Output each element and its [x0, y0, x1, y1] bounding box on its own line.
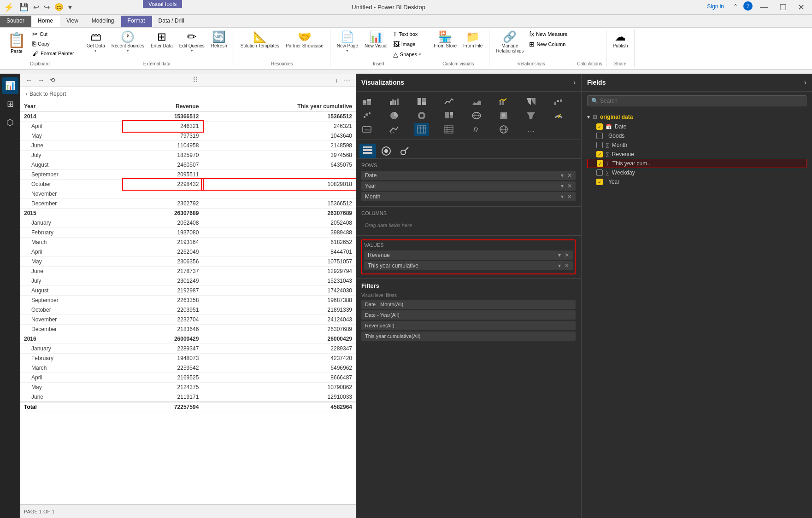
back-to-report-btn[interactable]: ‹ Back to Report	[26, 91, 66, 97]
year-remove-icon[interactable]: ✕	[567, 183, 572, 189]
field-item-weekday[interactable]: ∑ Weekday	[587, 168, 806, 177]
viz-clustered-bar[interactable]	[387, 95, 401, 108]
get-data-button[interactable]: 🗃 Get Data ▾	[84, 29, 108, 55]
viz-donut[interactable]	[414, 109, 429, 122]
toolbar-more-btn[interactable]: ⋯	[342, 76, 352, 85]
from-file-button[interactable]: 📁 From File	[460, 29, 485, 50]
toolbar-back-btn[interactable]: ←	[24, 76, 34, 85]
viz-panel-expand[interactable]: ›	[573, 78, 576, 87]
image-button[interactable]: 🖼 Image	[391, 40, 423, 49]
viz-format-tab[interactable]	[378, 144, 394, 158]
viz-scatter[interactable]	[359, 109, 374, 122]
viz-r-script[interactable]: R	[469, 123, 484, 136]
new-visual-button[interactable]: 📊 New Visual	[362, 29, 390, 50]
new-column-button[interactable]: ⊞ New Column	[527, 40, 569, 49]
get-data-dropdown[interactable]: ▾	[94, 48, 97, 53]
help-button[interactable]: ?	[743, 1, 753, 11]
cumulative-dropdown-icon[interactable]: ▾	[558, 262, 561, 269]
text-box-button[interactable]: T Text box	[391, 29, 423, 39]
viz-stacked-area[interactable]	[469, 95, 484, 108]
tab-home[interactable]: Home	[31, 16, 60, 27]
field-item-year[interactable]: ✓ Year	[587, 177, 806, 186]
year-dropdown-icon[interactable]: ▾	[561, 183, 564, 189]
tab-data-drill[interactable]: Data / Drill	[152, 16, 191, 27]
viz-fields-tab[interactable]	[359, 144, 376, 158]
enter-data-button[interactable]: ⊞ Enter Data	[148, 29, 176, 50]
new-page-button[interactable]: 📄 New Page ▾	[334, 29, 361, 55]
close-button[interactable]: ✕	[794, 1, 808, 13]
viz-waterfall[interactable]	[551, 95, 566, 108]
format-painter-button[interactable]: 🖌 Format Painter	[30, 49, 76, 58]
field-year[interactable]: Year ▾ ✕	[361, 181, 576, 191]
new-page-dropdown[interactable]: ▾	[346, 48, 348, 53]
tab-format[interactable]: Format	[121, 16, 152, 27]
viz-analytics-tab[interactable]	[396, 144, 413, 158]
table-expand[interactable]: ▾ ⊞ original data	[587, 112, 806, 122]
copy-button[interactable]: ⎘ Copy	[30, 39, 76, 48]
filter-date-year[interactable]: Date - Year(All)	[361, 310, 576, 320]
viz-globe[interactable]	[496, 123, 511, 136]
recent-sources-button[interactable]: 🕐 Recent Sources ▾	[109, 29, 147, 55]
viz-gauge[interactable]	[551, 109, 566, 122]
shapes-button[interactable]: △ Shapes ▾	[391, 50, 423, 59]
manage-relationships-button[interactable]: 🔗 ManageRelationships	[493, 29, 526, 55]
viz-table[interactable]	[414, 123, 429, 136]
viz-treemap[interactable]	[441, 109, 456, 122]
field-item-date[interactable]: ✓ 📅 Date	[587, 122, 806, 131]
revenue-remove-icon[interactable]: ✕	[565, 252, 569, 258]
publish-button[interactable]: ☁ Publish	[610, 29, 631, 50]
viz-ribbon[interactable]	[524, 95, 538, 108]
sign-in-button[interactable]: Sign in	[703, 1, 728, 13]
year-checkbox[interactable]: ✓	[596, 179, 603, 185]
refresh-button[interactable]: 🔄 Refresh	[208, 29, 230, 50]
tab-soubor[interactable]: Soubor	[0, 16, 31, 27]
field-item-revenue[interactable]: ✓ ∑ Revenue	[587, 150, 806, 159]
viz-filled-map[interactable]	[496, 109, 511, 122]
new-measure-button[interactable]: fx New Measure	[527, 29, 569, 39]
viz-line[interactable]	[441, 95, 456, 108]
viz-matrix[interactable]	[441, 123, 456, 136]
field-revenue[interactable]: Revenue ▾ ✕	[364, 250, 573, 260]
model-view-btn[interactable]: ⬡	[2, 114, 18, 131]
date-checkbox[interactable]: ✓	[596, 123, 603, 130]
revenue-checkbox[interactable]: ✓	[596, 151, 603, 157]
viz-map[interactable]	[469, 109, 484, 122]
date-remove-icon[interactable]: ✕	[567, 172, 572, 179]
redo-btn[interactable]: ↪	[42, 2, 52, 12]
tab-view[interactable]: View	[60, 16, 85, 27]
paste-button[interactable]: 📋 Paste	[4, 29, 29, 56]
viz-stacked-bar[interactable]	[359, 95, 374, 108]
field-item-month[interactable]: ∑ Month	[587, 140, 806, 150]
field-item-goods[interactable]: Goods	[587, 131, 806, 140]
weekday-checkbox[interactable]	[596, 169, 603, 176]
shapes-dropdown[interactable]: ▾	[419, 52, 421, 57]
filter-revenue[interactable]: Revenue(All)	[361, 321, 576, 330]
save-btn[interactable]: 💾	[18, 2, 30, 12]
goods-checkbox[interactable]	[596, 133, 603, 139]
fields-search-box[interactable]: 🔍	[587, 95, 806, 106]
month-remove-icon[interactable]: ✕	[567, 193, 572, 200]
undo-btn[interactable]: ↩	[31, 2, 41, 12]
toolbar-down-btn[interactable]: ↓	[333, 76, 340, 85]
cumulative-remove-icon[interactable]: ✕	[565, 262, 569, 269]
fields-search-input[interactable]	[600, 98, 802, 104]
viz-more[interactable]: …	[524, 123, 538, 136]
happy-btn[interactable]: 😊	[53, 2, 65, 12]
recent-sources-dropdown[interactable]: ▾	[127, 48, 129, 53]
viz-line-clustered[interactable]	[496, 95, 511, 108]
solution-templates-button[interactable]: 📐 Solution Templates	[238, 29, 282, 50]
field-this-year-cumulative[interactable]: This year cumulative ▾ ✕	[364, 261, 573, 270]
viz-kpi[interactable]: KPI	[387, 123, 401, 136]
filter-date-month[interactable]: Date - Month(All)	[361, 300, 576, 309]
viz-funnel[interactable]	[524, 109, 538, 122]
drag-handle[interactable]: ⠿	[193, 76, 198, 84]
minimize-button[interactable]: —	[756, 1, 772, 13]
report-view-btn[interactable]: 📊	[2, 77, 18, 94]
partner-showcase-button[interactable]: 🤝 Partner Showcase	[283, 29, 326, 50]
date-dropdown-icon[interactable]: ▾	[561, 172, 564, 179]
field-item-this-year-cum[interactable]: ✓ ∑ This year cum...	[587, 159, 806, 168]
table-area[interactable]: Year Revenue This year cumulative 201415…	[20, 101, 356, 504]
month-dropdown-icon[interactable]: ▾	[561, 193, 564, 200]
fields-panel-expand[interactable]: ›	[804, 78, 806, 87]
data-view-btn[interactable]: ⊞	[2, 96, 18, 112]
